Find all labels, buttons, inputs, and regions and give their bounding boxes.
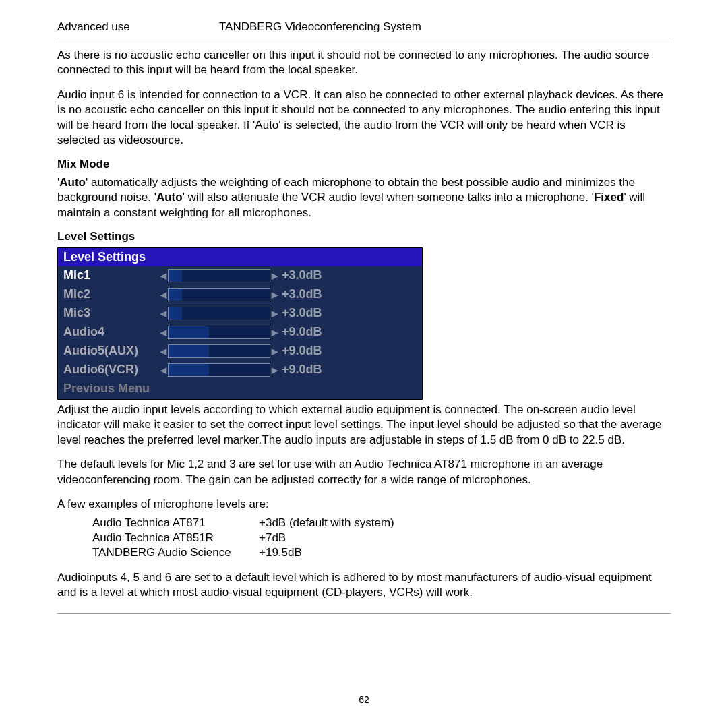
mix-mode-paragraph: 'Auto' automatically adjusts the weighti…	[57, 175, 671, 220]
level-label: Audio4	[63, 325, 159, 339]
header-section: Advanced use	[57, 20, 219, 34]
mic-name: Audio Technica AT871	[92, 516, 257, 530]
table-row: TANDBERG Audio Science+19.5dB	[92, 546, 394, 559]
level-row-audio4[interactable]: Audio4◂▸+9.0dB	[58, 323, 422, 342]
level-row-mic2[interactable]: Mic2◂▸+3.0dB	[58, 285, 422, 304]
level-label: Mic1	[63, 268, 159, 282]
mic-level: +3dB (default with system)	[259, 516, 394, 530]
level-row-mic1[interactable]: Mic1◂▸+3.0dB	[58, 266, 422, 285]
level-bar	[168, 269, 270, 282]
level-row-audio6(vcr)[interactable]: Audio6(VCR)◂▸+9.0dB	[58, 361, 422, 380]
level-label: Mic3	[63, 306, 159, 320]
level-row-mic3[interactable]: Mic3◂▸+3.0dB	[58, 304, 422, 323]
level-value: +3.0dB	[279, 287, 322, 301]
level-settings-panel: Level Settings Mic1◂▸+3.0dBMic2◂▸+3.0dBM…	[57, 247, 423, 400]
chevron-right-icon[interactable]: ▸	[270, 287, 279, 302]
mic-name: Audio Technica AT851R	[92, 531, 257, 545]
level-label: Audio6(VCR)	[63, 363, 159, 377]
mix-mode-heading: Mix Mode	[57, 158, 671, 171]
intro-paragraph-2: Audio input 6 is intended for connection…	[57, 88, 671, 148]
chevron-right-icon[interactable]: ▸	[270, 363, 279, 377]
chevron-left-icon[interactable]: ◂	[159, 325, 168, 340]
audioinputs-paragraph: Audioinputs 4, 5 and 6 are set to a defa…	[57, 570, 671, 601]
chevron-right-icon[interactable]: ▸	[270, 325, 279, 340]
chevron-left-icon[interactable]: ◂	[159, 363, 168, 377]
previous-menu-item[interactable]: Previous Menu	[58, 380, 422, 399]
intro-paragraph-1: As there is no acoustic echo canceller o…	[57, 48, 671, 78]
level-row-audio5(aux)[interactable]: Audio5(AUX)◂▸+9.0dB	[58, 342, 422, 361]
header-product: TANDBERG Videoconferencing System	[219, 20, 421, 34]
chevron-right-icon[interactable]: ▸	[270, 344, 279, 359]
default-levels-paragraph: The default levels for Mic 1,2 and 3 are…	[57, 457, 671, 487]
table-row: Audio Technica AT871+3dB (default with s…	[92, 516, 394, 530]
footer-divider	[57, 613, 671, 614]
page-header: Advanced use TANDBERG Videoconferencing …	[57, 20, 671, 38]
level-value: +9.0dB	[279, 344, 322, 358]
level-value: +9.0dB	[279, 325, 322, 339]
level-bar	[168, 363, 270, 377]
mic-name: TANDBERG Audio Science	[92, 546, 257, 559]
examples-intro: A few examples of microphone levels are:	[57, 497, 671, 512]
level-value: +9.0dB	[279, 363, 322, 377]
mic-level: +19.5dB	[259, 546, 394, 559]
table-row: Audio Technica AT851R+7dB	[92, 531, 394, 545]
level-bar	[168, 326, 270, 339]
level-settings-heading: Level Settings	[57, 230, 671, 243]
mic-level: +7dB	[259, 531, 394, 545]
page-number: 62	[0, 694, 728, 705]
chevron-left-icon[interactable]: ◂	[159, 344, 168, 359]
level-bar	[168, 344, 270, 358]
panel-title: Level Settings	[58, 248, 422, 266]
level-value: +3.0dB	[279, 306, 322, 320]
level-bar	[168, 288, 270, 301]
level-value: +3.0dB	[279, 268, 322, 282]
chevron-right-icon[interactable]: ▸	[270, 268, 279, 283]
mic-examples-table: Audio Technica AT871+3dB (default with s…	[91, 515, 396, 561]
level-label: Mic2	[63, 287, 159, 301]
level-label: Audio5(AUX)	[63, 344, 159, 358]
level-bar	[168, 307, 270, 320]
chevron-left-icon[interactable]: ◂	[159, 268, 168, 283]
chevron-right-icon[interactable]: ▸	[270, 306, 279, 321]
chevron-left-icon[interactable]: ◂	[159, 287, 168, 302]
chevron-left-icon[interactable]: ◂	[159, 306, 168, 321]
level-adjust-paragraph: Adjust the audio input levels according …	[57, 402, 671, 448]
